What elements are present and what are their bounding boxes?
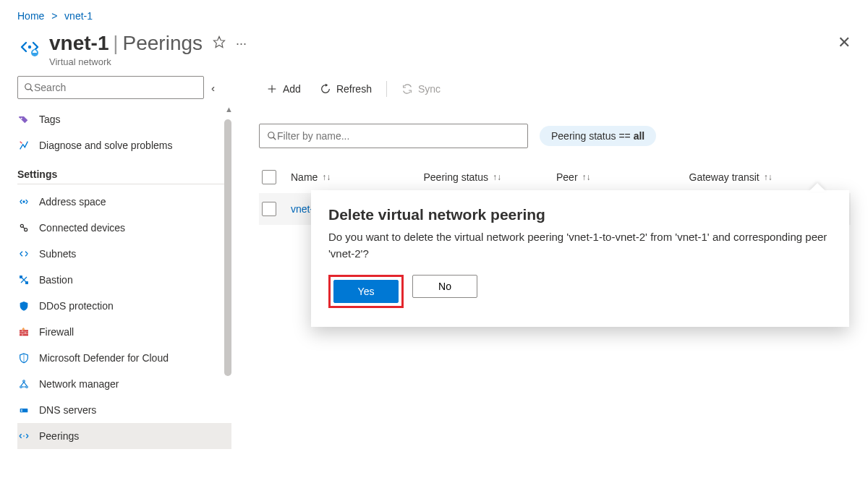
sidebar-section-settings: Settings [17,168,231,184]
toolbar-separator [386,81,387,97]
breadcrumb-current[interactable]: vnet-1 [64,10,93,22]
col-header-label: Peer [556,171,578,183]
sidebar-item-connected-devices[interactable]: Connected devices [17,215,231,241]
close-blade-button[interactable]: ✕ [838,33,851,52]
sidebar-item-label: Diagnose and solve problems [39,140,172,151]
sync-button: Sync [394,80,448,98]
sidebar-search-box[interactable] [17,76,204,99]
firewall-icon [17,325,30,338]
connected-devices-icon [17,221,30,234]
add-button[interactable]: Add [259,80,308,98]
svg-rect-11 [26,282,28,284]
sidebar-item-peerings[interactable]: Peerings [17,423,231,449]
pill-prefix: Peering status == [551,130,634,142]
col-header-status[interactable]: Peering status ↑↓ [424,171,557,183]
sidebar-item-subnets[interactable]: Subnets [17,241,231,267]
sidebar-item-label: Microsoft Defender for Cloud [39,352,169,364]
sidebar-scrollbar[interactable]: ▲ [224,103,231,472]
sidebar-item-address-space[interactable]: Address space [17,189,231,215]
sidebar-item-label: Firewall [39,326,74,338]
sort-icon: ↑↓ [582,172,591,182]
diagnose-icon [17,139,30,152]
svg-marker-3 [214,36,225,47]
sidebar-item-tags[interactable]: Tags [17,106,231,132]
scroll-up-arrow[interactable]: ▲ [225,105,231,114]
svg-point-6 [21,118,22,119]
svg-rect-16 [20,409,28,412]
vnet-resource-icon [17,35,42,59]
toolbar: Add Refresh Sync [259,74,851,103]
col-header-label: Gateway transit [689,171,760,183]
yes-button-highlight: Yes [328,275,404,308]
sidebar-item-firewall[interactable]: Firewall [17,319,231,345]
row-checkbox[interactable] [262,202,276,216]
dialog-actions: Yes No [328,275,832,308]
svg-rect-12 [20,330,28,336]
peering-status-filter-pill[interactable]: Peering status == all [540,126,656,146]
svg-point-2 [34,50,36,52]
col-header-label: Peering status [424,171,489,183]
table-header-row: Name ↑↓ Peering status ↑↓ Peer ↑↓ Gatewa… [259,161,851,193]
filter-row: Peering status == all [259,124,851,148]
svg-rect-17 [21,409,22,410]
sort-icon: ↑↓ [322,172,331,182]
refresh-label: Refresh [336,83,372,95]
delete-peering-dialog: Delete virtual network peering Do you wa… [311,190,849,327]
bastion-icon [17,273,30,286]
sidebar-item-label: DNS servers [39,404,96,416]
sidebar-search-input[interactable] [34,82,197,93]
favorite-star-icon[interactable] [213,35,226,52]
search-icon [24,82,34,93]
sidebar-item-dns-servers[interactable]: DNS servers [17,397,231,423]
shield-icon [17,299,30,312]
col-header-label: Name [291,171,318,183]
resource-type-subtitle: Virtual network [49,56,851,67]
sidebar-item-defender[interactable]: Microsoft Defender for Cloud [17,345,231,371]
svg-point-15 [26,386,28,388]
svg-line-5 [30,89,33,92]
dialog-title: Delete virtual network peering [328,206,832,223]
yes-button[interactable]: Yes [333,280,399,303]
filter-by-name-box[interactable] [259,124,528,148]
svg-point-20 [268,132,274,138]
subnets-icon [17,247,30,260]
sidebar-item-label: Bastion [39,274,73,286]
svg-line-21 [273,137,276,140]
dns-icon [17,404,30,417]
no-button[interactable]: No [412,275,477,298]
filter-by-name-input[interactable] [277,130,520,142]
dialog-body-text: Do you want to delete the virtual networ… [328,229,832,262]
svg-point-14 [20,386,22,388]
sidebar-item-label: Peerings [39,430,79,442]
search-icon [267,131,277,141]
sync-icon [401,83,413,95]
plus-icon [266,83,278,95]
scrollbar-thumb[interactable] [224,119,231,376]
more-actions-icon[interactable]: ··· [236,36,247,51]
sort-icon: ↑↓ [764,172,773,182]
collapse-sidebar-button[interactable]: ‹‹ [211,82,216,94]
sidebar-nav[interactable]: ▲ Tags Diagnose and solve problems Setti… [17,103,231,472]
refresh-button[interactable]: Refresh [312,80,379,98]
pill-value: all [634,130,645,142]
defender-shield-icon [17,351,30,364]
col-header-name[interactable]: Name ↑↓ [291,171,424,183]
header: vnet-1 | Peerings ··· Virtual network ✕ [0,26,868,67]
svg-point-19 [23,435,25,437]
svg-point-4 [25,84,31,90]
select-all-checkbox[interactable] [262,170,276,184]
sidebar-item-network-manager[interactable]: Network manager [17,371,231,397]
main-content: Add Refresh Sync [231,76,868,487]
svg-rect-18 [21,411,22,411]
col-header-transit[interactable]: Gateway transit ↑↓ [689,171,822,183]
breadcrumb-home[interactable]: Home [17,10,44,22]
dialog-callout-arrow [809,183,826,192]
sidebar-item-ddos[interactable]: DDoS protection [17,293,231,319]
sidebar-item-bastion[interactable]: Bastion [17,267,231,293]
svg-point-0 [28,46,31,48]
sidebar-item-label: Tags [39,114,61,125]
page-section: Peerings [123,32,203,54]
col-header-peer[interactable]: Peer ↑↓ [556,171,689,183]
breadcrumb: Home > vnet-1 [0,0,868,26]
sidebar-item-diagnose[interactable]: Diagnose and solve problems [17,132,231,158]
